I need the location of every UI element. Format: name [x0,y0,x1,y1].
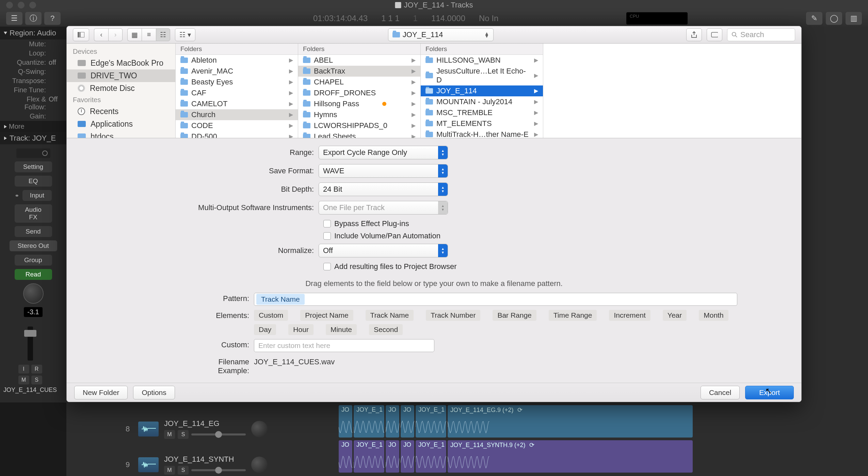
solo-button[interactable]: S [178,430,189,439]
track-header-row[interactable]: 8 JOY_E_114_EG M S [123,412,268,446]
folder-item[interactable]: MSC_TREMBLE ▶ [421,107,543,118]
track-header[interactable]: Track: JOY_E [0,132,66,144]
browser-button[interactable]: ▥ [846,12,862,25]
browser-column[interactable]: Folders HILLSONG_WABN ▶ JesusCulture…Let… [421,44,543,138]
library-button[interactable]: ☰ [6,12,22,25]
sidebar-favorite-item[interactable]: Recents [67,105,175,118]
setting-button[interactable]: Setting [15,161,52,172]
sidebar-favorite-item[interactable]: htdocs [67,130,175,138]
volume-slider[interactable] [191,433,246,435]
audio-region[interactable]: JO [401,405,414,438]
folder-item[interactable]: Beasty Eyes ▶ [176,77,298,88]
range-select[interactable]: Export Cycle Range Only ▲▼ [319,146,448,159]
element-token[interactable]: Increment [609,310,650,321]
element-token[interactable]: Track Name [366,310,414,321]
list-view-button[interactable]: ≡ [142,28,156,41]
close-window-button[interactable] [6,2,13,9]
folder-item[interactable]: HILLSONG_WABN ▶ [421,55,543,66]
folder-item[interactable]: DD-500 ▶ [176,131,298,138]
sidebar-device-item[interactable]: DRIVE_TWO [67,69,175,82]
sidebar-favorite-item[interactable]: Applications [67,118,175,130]
notes-button[interactable]: ✎ [806,12,822,25]
record-enable-button[interactable]: R [31,365,42,374]
audio-region[interactable]: JOY_E_1 [416,440,446,473]
folder-item[interactable]: Ableton ▶ [176,55,298,66]
path-selector[interactable]: JOY_E_114 ▲▼ [388,28,494,41]
inspector-button[interactable]: ⓘ [25,12,42,25]
pan-knob[interactable] [251,421,268,437]
folder-item[interactable]: MT_ELEMENTS ▶ [421,118,543,129]
normalize-select[interactable]: Off ▲▼ [319,244,448,257]
folder-item[interactable]: Hillsong Pass ▶ [298,98,420,109]
cancel-button[interactable]: Cancel [701,386,740,399]
folder-item[interactable]: Church ▶ [176,109,298,120]
browser-column[interactable]: Folders Ableton ▶ Avenir_MAC ▶ Beasty Ey… [176,44,298,138]
include-automation-checkbox[interactable] [323,232,331,240]
sidebar-toggle-button[interactable] [73,28,89,41]
folder-item[interactable]: MultiTrack-H…ther Name-E ▶ [421,129,543,138]
element-token[interactable]: Time Range [549,310,597,321]
solo-button[interactable]: S [31,376,42,384]
audio-region[interactable]: JO [339,405,352,438]
mute-button[interactable]: M [164,430,175,439]
pattern-field[interactable]: Track Name [254,293,737,306]
element-token[interactable]: Bar Range [493,310,536,321]
mute-button[interactable]: M [18,376,29,384]
bypass-checkbox[interactable] [323,220,331,227]
input-button[interactable]: Input [22,190,52,201]
folder-item[interactable]: Avenir_MAC ▶ [176,66,298,77]
audio-region[interactable]: JO [386,405,399,438]
folder-item[interactable]: CHAPEL ▶ [298,77,420,88]
add-to-browser-checkbox[interactable] [323,263,331,270]
sidebar-device-item[interactable]: Remote Disc [67,82,175,95]
help-button[interactable]: ? [44,12,61,25]
export-button[interactable]: Export [745,386,794,399]
element-token[interactable]: Day [254,324,276,335]
volume-slider[interactable] [191,469,246,471]
element-token[interactable]: Custom [254,310,288,321]
link-icon[interactable]: ⚭ [15,192,19,199]
folder-item[interactable]: CAMELOT ▶ [176,98,298,109]
tags-button[interactable] [707,28,722,41]
output-button[interactable]: Stereo Out [10,240,57,251]
column-view-button[interactable]: ☷ [156,28,170,41]
region-header[interactable]: Region: Audio [0,27,66,39]
audio-region[interactable]: JOY_E_114_SYNTH.9 (+2) ⟳ [448,440,693,473]
share-button[interactable] [686,28,702,41]
arrange-options-button[interactable]: ☷ ▾ [175,28,195,41]
element-token[interactable]: Hour [288,324,314,335]
loops-button[interactable]: ◯ [826,12,842,25]
back-button[interactable]: ‹ [94,28,108,41]
options-button[interactable]: Options [133,386,175,399]
automation-mode-button[interactable]: Read [15,269,52,280]
track-header-row[interactable]: 9 JOY_E_114_SYNTH M S [123,448,268,476]
folder-item[interactable]: JesusCulture…Let It Echo-D ▶ [421,66,543,85]
bitdepth-select[interactable]: 24 Bit ▲▼ [319,183,448,196]
pan-knob[interactable] [23,283,44,304]
browser-column[interactable]: Folders ABEL ▶ BackTrax ▶ CHAPEL ▶ DROFF… [298,44,421,138]
element-token[interactable]: Track Number [426,310,480,321]
folder-item[interactable]: DROFF_DRONES ▶ [298,88,420,98]
custom-input[interactable]: Enter custom text here [254,339,434,352]
folder-item[interactable]: MOUNTAIN - July2014 ▶ [421,96,543,107]
pan-knob[interactable] [251,457,268,473]
audio-region[interactable]: JOY_E_114_EG.9 (+2) ⟳ [448,405,693,438]
forward-button[interactable]: › [108,28,123,41]
search-input[interactable]: Search [727,28,795,41]
folder-item[interactable]: Hymns ▶ [298,109,420,120]
eq-button[interactable]: EQ [15,176,52,187]
minimize-window-button[interactable] [18,2,25,9]
format-select[interactable]: WAVE ▲▼ [319,164,448,178]
zoom-window-button[interactable] [29,2,36,9]
mute-button[interactable]: M [164,466,175,475]
group-button[interactable]: Group [15,255,52,266]
audio-region[interactable]: JO [339,440,352,473]
icon-view-button[interactable]: ▦ [127,28,142,41]
folder-item[interactable]: Lead Sheets ▶ [298,131,420,138]
audiofx-button[interactable]: Audio FX [15,204,52,223]
inspector-more[interactable]: More [0,121,66,132]
input-monitor-button[interactable]: I [18,365,29,374]
element-token[interactable]: Project Name [300,310,353,321]
new-folder-button[interactable]: New Folder [74,386,128,399]
element-token[interactable]: Second [369,324,403,335]
